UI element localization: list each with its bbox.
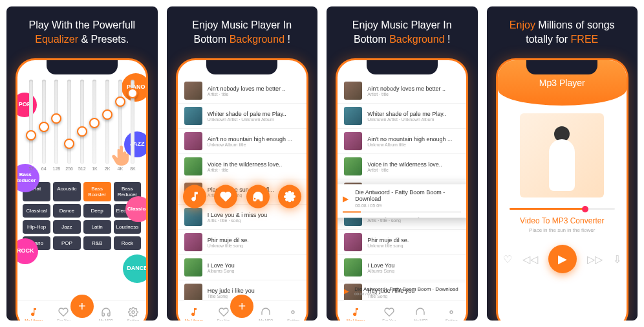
nav-library[interactable]: My Library xyxy=(185,307,203,321)
song-row[interactable]: Ain't nobody loves me better ..Artist · … xyxy=(178,78,306,104)
song-row[interactable]: I Love YouAlbums Song xyxy=(338,255,466,280)
heart-icon xyxy=(58,307,69,317)
svg-point-0 xyxy=(132,311,134,313)
preset-rnb[interactable]: R&B xyxy=(83,236,111,250)
preset-hiphop[interactable]: Hip-Hop xyxy=(23,220,50,234)
music-note-icon xyxy=(28,307,39,317)
fab-add-button[interactable]: + xyxy=(230,295,253,318)
gear-icon xyxy=(128,307,138,317)
headline-1: Play With the Powerfull Equalizer & Pres… xyxy=(28,18,135,51)
gear-icon xyxy=(284,191,295,203)
nav-setting[interactable]: Setting xyxy=(445,307,458,321)
player-track-sub: Place in the sun in the flower xyxy=(498,227,627,233)
headphone-icon xyxy=(261,307,271,317)
mini-progress-bar[interactable] xyxy=(343,211,461,212)
headphone-icon xyxy=(101,307,111,317)
song-row[interactable]: Ain't no mountain high enough ...Unknow … xyxy=(178,129,306,154)
overlay-headphone-button[interactable] xyxy=(246,185,270,209)
song-row[interactable]: Whiter shade of pale me Play..Unknown Ar… xyxy=(178,104,306,129)
nav-library[interactable]: My Library xyxy=(25,307,43,321)
favorite-button[interactable]: ♡ xyxy=(503,253,512,265)
panel-equalizer: Play With the Powerfull Equalizer & Pres… xyxy=(6,6,158,321)
music-note-icon xyxy=(189,307,199,317)
phone-frame-2: Ain't nobody loves me better ..Artist · … xyxy=(176,58,308,321)
nav-library[interactable]: My Library xyxy=(347,307,365,321)
svg-point-3 xyxy=(450,311,453,313)
bottom-nav: My Library For You My MP3 Setting xyxy=(338,300,466,321)
preset-classical[interactable]: Classical xyxy=(23,204,50,218)
plus-icon: + xyxy=(238,299,246,314)
music-note-icon xyxy=(189,191,200,203)
notch xyxy=(526,60,597,74)
eq-sliders[interactable]: 32 64 128 256 512 1K 2K 4K 8K xyxy=(23,80,141,177)
bubble-dance[interactable]: DANCE xyxy=(123,254,148,283)
preset-deep[interactable]: Deep xyxy=(83,204,111,218)
overlay-favorite-button[interactable] xyxy=(214,185,237,209)
download-button[interactable]: ⇩ xyxy=(613,253,621,265)
mini-player[interactable]: ▶ Die Antwoord - Fatty Boom Boom - Downl… xyxy=(336,184,468,218)
play-button[interactable]: ▶ xyxy=(548,245,577,273)
preset-dance[interactable]: Dance xyxy=(53,204,81,218)
notch xyxy=(206,60,277,74)
preset-pop[interactable]: POP xyxy=(53,236,81,250)
next-button[interactable]: ▷▷ xyxy=(587,253,603,265)
player-track-title: Video To MP3 Converter xyxy=(498,216,627,225)
headline-4: Enjoy Millions of songs totally for FREE xyxy=(510,18,615,51)
nav-mp3[interactable]: My MP3 xyxy=(413,307,427,321)
headline-2: Enjoy Music Player In Bottom Background … xyxy=(192,18,292,51)
phone-frame-4: Mp3 Player Video To MP3 Converter Place … xyxy=(496,58,628,321)
headline-3: Enjoy Music Player In Bottom Background … xyxy=(352,18,452,51)
song-row[interactable]: Voice in the wilderness love..Artist · t… xyxy=(338,154,466,179)
fab-add-button[interactable]: + xyxy=(70,295,94,318)
preset-rock[interactable]: Rock xyxy=(114,236,142,250)
progress-bar[interactable] xyxy=(510,208,615,210)
song-row[interactable]: Ain't no mountain high enough ...Unknow … xyxy=(338,129,466,154)
song-row[interactable]: Ain't nobody loves me better ..Artist · … xyxy=(338,78,466,104)
mini-player-time: 00.08 / 05:09 xyxy=(355,203,461,208)
action-overlay xyxy=(178,185,306,209)
song-row[interactable]: Phir muje dil se.Unknow title song xyxy=(178,230,306,255)
preset-bass-booster[interactable]: Bass Booster xyxy=(83,182,111,201)
overlay-settings-button[interactable] xyxy=(278,185,301,209)
nav-mp3[interactable]: My MP3 xyxy=(99,307,113,321)
hand-cursor-icon xyxy=(110,142,136,170)
phone-frame-1: POP PIANO JAZZ Bass Reducer Classical RO… xyxy=(16,58,148,321)
bottom-mini-player[interactable]: ▶ Die Antwoord · Fatty Boom Boom · Downl… xyxy=(338,282,466,300)
song-row[interactable]: I Love you & i miss youArtis · title · s… xyxy=(178,205,306,230)
play-icon[interactable]: ▶ xyxy=(343,194,349,203)
song-row[interactable]: I Love YouAlbums Song xyxy=(178,255,306,280)
heart-icon xyxy=(220,191,231,203)
panel-player: Enjoy Millions of songs totally for FREE… xyxy=(487,6,638,321)
notch xyxy=(367,60,438,74)
phone-frame-3: Ain't nobody loves me better ..Artist · … xyxy=(336,58,468,321)
preset-grid: Flat Acoustic Bass Booster Bass Reducer … xyxy=(23,182,141,250)
heart-icon xyxy=(219,307,229,317)
nav-foryou[interactable]: For You xyxy=(57,307,70,321)
prev-button[interactable]: ◁◁ xyxy=(522,253,538,265)
gear-icon xyxy=(288,307,298,317)
panel-songlist-overlay: Enjoy Music Player In Bottom Background … xyxy=(167,6,318,321)
mini-player-title: Die Antwoord - Fatty Boom Boom - Downloa… xyxy=(355,189,461,202)
player-controls: ♡ ◁◁ ▶ ▷▷ ⇩ xyxy=(498,245,627,273)
nav-setting[interactable]: Setting xyxy=(287,307,299,321)
headphone-icon xyxy=(252,191,264,203)
song-row[interactable]: Phir muje dil se.Unknow title song xyxy=(338,230,466,255)
plus-icon: + xyxy=(78,299,86,314)
bubble-classical[interactable]: Classical xyxy=(125,196,148,222)
play-icon[interactable]: ▶ xyxy=(344,288,349,295)
overlay-music-button[interactable] xyxy=(183,185,206,209)
notch xyxy=(47,60,118,74)
song-row[interactable]: Voice in the wilderness love..Artist · t… xyxy=(178,154,306,179)
panel-songlist-miniplayer: Enjoy Music Player In Bottom Background … xyxy=(327,6,478,321)
preset-latin[interactable]: Latin xyxy=(83,220,111,234)
song-row[interactable]: Whiter shade of pale me Play..Unknown Ar… xyxy=(338,104,466,129)
preset-jazz[interactable]: Jazz xyxy=(53,220,81,234)
preset-loudness[interactable]: Loudness xyxy=(114,220,142,234)
nav-foryou[interactable]: For You xyxy=(217,307,231,321)
nav-foryou[interactable]: For You xyxy=(382,307,396,321)
nav-setting[interactable]: Setting xyxy=(127,307,140,321)
nav-mp3[interactable]: My MP3 xyxy=(259,307,273,321)
album-art xyxy=(520,113,604,197)
svg-point-2 xyxy=(292,311,294,313)
preset-acoustic[interactable]: Acoustic xyxy=(53,182,81,201)
